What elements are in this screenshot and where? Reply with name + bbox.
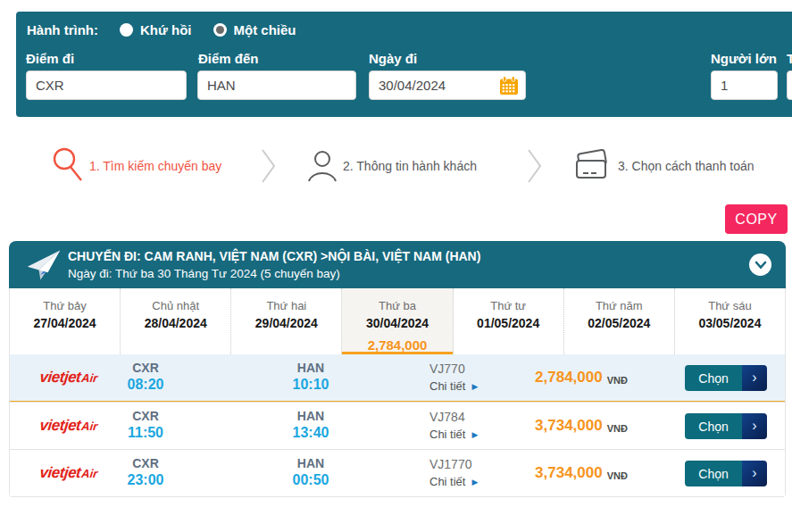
date-tabs: Thứ bảy 27/04/2024 Chủ nhật 28/04/2024 T…	[9, 288, 786, 354]
logo-text-1: vietjet	[39, 417, 82, 435]
destination-input[interactable]	[197, 71, 356, 100]
details-label: Chi tiết	[429, 379, 465, 393]
radio-round-trip-label: Khứ hồi	[140, 22, 192, 37]
price-value: 2,784,000	[535, 369, 603, 387]
select-label: Chọn	[685, 461, 742, 486]
depart-time: 08:20	[92, 377, 199, 393]
tab-day: Thứ năm	[564, 299, 674, 312]
details-arrow-icon: ▶	[471, 478, 478, 486]
details-arrow-icon: ▶	[471, 382, 478, 391]
dest-code: HAN	[257, 456, 364, 470]
origin-code: CXR	[92, 361, 199, 375]
price-value: 3,734,000	[535, 464, 603, 482]
dest-code: HAN	[257, 361, 364, 375]
select-arrow-icon: ›	[742, 413, 767, 439]
origin-code: CXR	[92, 456, 199, 470]
tab-date: 29/04/2024	[231, 316, 341, 330]
flight-info-cell: VJ1770 Chi tiết ▶	[429, 457, 478, 488]
price-value: 3,734,000	[535, 417, 603, 435]
depart-time: 11:50	[92, 425, 199, 441]
arrive-time: 10:10	[257, 377, 364, 393]
select-arrow-icon: ›	[742, 365, 767, 391]
depart-date-input[interactable]	[379, 78, 499, 93]
step-separator-chevron-icon	[259, 146, 279, 186]
logo-text-1: vietjet	[39, 464, 82, 482]
date-tab[interactable]: Chủ nhật 28/04/2024	[121, 288, 231, 354]
arrival-cell: HAN 00:50	[257, 456, 364, 488]
step-1-label[interactable]: 1. Tìm kiếm chuyến bay	[89, 159, 221, 173]
arrive-time: 00:50	[257, 472, 364, 488]
passenger-icon	[305, 148, 339, 184]
date-tab[interactable]: Thứ năm 02/05/2024	[564, 288, 675, 354]
flight-info-cell: VJ784 Chi tiết ▶	[429, 410, 478, 441]
depart-time: 23:00	[92, 472, 199, 488]
details-arrow-icon: ▶	[471, 430, 478, 439]
flight-row: vietjet Air CXR 23:00 HAN 00:50 VJ1770 C…	[10, 449, 785, 496]
arrival-cell: HAN 13:40	[257, 409, 364, 441]
select-flight-button[interactable]: Chọn ›	[685, 365, 767, 391]
destination-label: Điểm đến	[198, 51, 259, 66]
arrival-cell: HAN 10:10	[257, 361, 364, 393]
flight-panel-header: CHUYẾN ĐI: CAM RANH, VIỆT NAM (CXR) >NỘI…	[9, 241, 786, 288]
tab-day: Chủ nhật	[121, 299, 230, 312]
date-tab[interactable]: Thứ tư 01/05/2024	[454, 288, 564, 354]
tab-date: 01/05/2024	[454, 316, 563, 330]
clipped-field-label: T	[787, 51, 792, 66]
flight-rows: vietjet Air CXR 08:20 HAN 10:10 VJ770 Ch…	[9, 354, 786, 497]
radio-one-way-circle[interactable]	[213, 23, 227, 37]
select-arrow-icon: ›	[742, 461, 767, 486]
flight-number: VJ770	[429, 362, 478, 376]
date-tab[interactable]: Thứ bảy 27/04/2024	[10, 288, 121, 354]
date-tab[interactable]: Thứ sáu 03/05/2024	[675, 288, 785, 354]
date-tab-selected[interactable]: Thứ ba 30/04/2024 2,784,000	[342, 288, 453, 354]
price-cell: 2,784,000 VNĐ	[496, 354, 666, 401]
price-currency: VNĐ	[607, 375, 628, 386]
select-flight-button[interactable]: Chọn ›	[685, 461, 767, 486]
radio-round-trip-circle[interactable]	[120, 23, 133, 37]
departure-cell: CXR 11:50	[92, 409, 199, 441]
page: Hành trình: Khứ hồi Một chiều Điểm đi Đi…	[0, 0, 792, 532]
tab-date: 03/05/2024	[675, 316, 785, 330]
step-3-label[interactable]: 3. Chọn cách thanh toán	[618, 159, 754, 173]
dest-code: HAN	[257, 409, 364, 423]
radio-round-trip[interactable]: Khứ hồi	[120, 22, 192, 37]
copy-button[interactable]: COPY	[725, 204, 788, 234]
details-link[interactable]: Chi tiết ▶	[429, 379, 478, 393]
origin-input[interactable]	[26, 71, 187, 100]
origin-label: Điểm đi	[26, 51, 74, 66]
adults-input[interactable]	[711, 71, 778, 100]
radio-one-way-label: Một chiều	[234, 22, 296, 37]
tab-date: 02/05/2024	[564, 316, 674, 330]
tab-day: Thứ sáu	[675, 299, 785, 312]
details-link[interactable]: Chi tiết ▶	[429, 475, 478, 488]
select-label: Chọn	[685, 365, 742, 391]
arrive-time: 13:40	[257, 425, 364, 441]
departure-cell: CXR 08:20	[92, 361, 199, 393]
details-label: Chi tiết	[429, 428, 465, 441]
chevron-down-icon	[754, 261, 767, 270]
depart-date-field	[369, 71, 526, 100]
adults-label: Người lớn	[711, 51, 777, 66]
trip-subtitle: Ngày đi: Thứ ba 30 Tháng Tư 2024 (5 chuy…	[68, 267, 340, 280]
select-flight-button[interactable]: Chọn ›	[685, 413, 767, 439]
select-label: Chọn	[685, 413, 742, 439]
trip-type-label: Hành trình:	[27, 22, 98, 37]
origin-code: CXR	[92, 409, 199, 423]
clipped-field-input[interactable]	[787, 71, 792, 100]
calendar-icon[interactable]	[499, 76, 519, 96]
step-2-label[interactable]: 2. Thông tin hành khách	[343, 159, 477, 173]
search-bar: Hành trình: Khứ hồi Một chiều Điểm đi Đi…	[16, 12, 792, 117]
collapse-button[interactable]	[749, 254, 771, 276]
flight-number: VJ784	[429, 410, 478, 424]
date-tab[interactable]: Thứ hai 29/04/2024	[231, 288, 342, 354]
tab-price: 2,784,000	[342, 337, 452, 353]
tab-day: Thứ bảy	[10, 299, 120, 312]
price-currency: VNĐ	[607, 423, 628, 434]
flight-info-cell: VJ770 Chi tiết ▶	[429, 362, 478, 393]
tab-date: 30/04/2024	[342, 316, 452, 330]
flight-number: VJ1770	[429, 457, 478, 471]
radio-one-way[interactable]: Một chiều	[213, 22, 296, 37]
details-link[interactable]: Chi tiết ▶	[429, 428, 478, 441]
depart-date-label: Ngày đi	[369, 51, 417, 66]
flight-results-panel: CHUYẾN ĐI: CAM RANH, VIỆT NAM (CXR) >NỘI…	[9, 241, 786, 497]
